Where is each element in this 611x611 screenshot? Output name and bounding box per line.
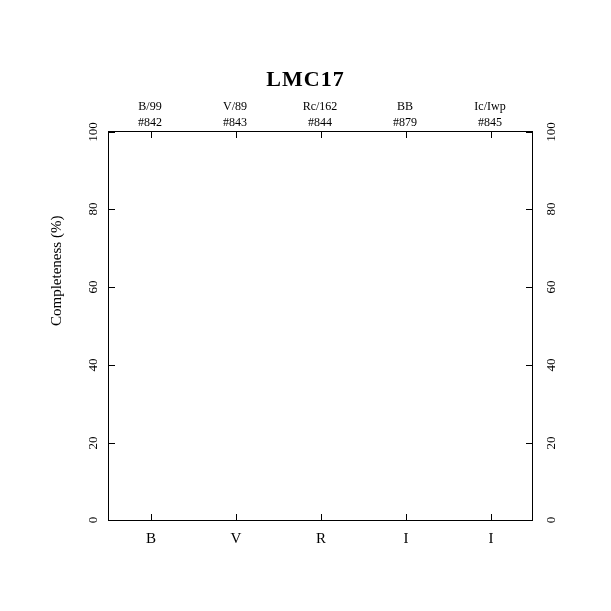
col-header-bot: #845 [460, 115, 520, 130]
col-header-top: Rc/162 [290, 99, 350, 114]
col-header-bot: #842 [120, 115, 180, 130]
col-header-bot: #843 [205, 115, 265, 130]
col-header-top: B/99 [120, 99, 180, 114]
ytick-left: 0 [85, 505, 101, 535]
chart-stage: LMC17 Completeness (%) B/99 V/89 Rc/162 … [0, 0, 611, 611]
col-header-bot: #879 [375, 115, 435, 130]
y-axis-label: Completeness (%) [48, 216, 65, 326]
plot-area [108, 131, 533, 521]
col-header-top: Ic/Iwp [460, 99, 520, 114]
xtick: R [311, 530, 331, 547]
ytick-left: 60 [85, 272, 101, 302]
col-header-top: BB [375, 99, 435, 114]
xtick: B [141, 530, 161, 547]
col-header-bot: #844 [290, 115, 350, 130]
xtick: V [226, 530, 246, 547]
xtick: I [396, 530, 416, 547]
ytick-right: 0 [543, 505, 559, 535]
ytick-left: 100 [85, 117, 101, 147]
ytick-right: 60 [543, 272, 559, 302]
ytick-left: 20 [85, 428, 101, 458]
ytick-right: 80 [543, 194, 559, 224]
ytick-left: 40 [85, 350, 101, 380]
ytick-left: 80 [85, 194, 101, 224]
ytick-right: 40 [543, 350, 559, 380]
col-header-top: V/89 [205, 99, 265, 114]
ytick-right: 20 [543, 428, 559, 458]
xtick: I [481, 530, 501, 547]
chart-title: LMC17 [0, 66, 611, 92]
ytick-right: 100 [543, 117, 559, 147]
